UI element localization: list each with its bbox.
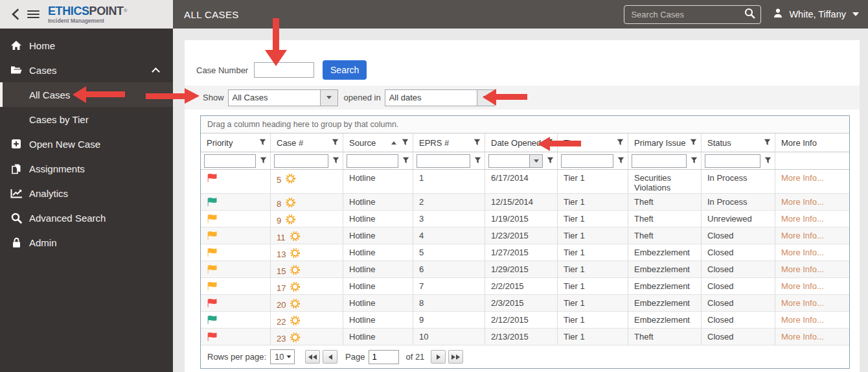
collapse-sidebar-icon[interactable] [8,7,22,21]
date-picker-dropdown-icon[interactable] [530,154,543,168]
tier-value: Tier 1 [564,173,585,183]
show-dropdown-arrow-icon[interactable] [321,89,338,106]
more-info-link[interactable]: More Info... [781,231,824,240]
user-menu[interactable]: White, Tiffany [773,8,859,21]
column-header-source[interactable]: Source [343,134,413,152]
column-header-eprs-[interactable]: EPRS # [413,134,485,152]
source-value: Hotline [349,231,375,240]
filter-input[interactable] [347,154,398,168]
filter-input[interactable] [488,154,530,168]
more-info-link[interactable]: More Info... [781,332,824,342]
folder-open-icon [10,65,23,75]
filter-funnel-icon[interactable] [760,155,771,167]
search-cases-input[interactable] [631,10,744,19]
source-value: Hotline [349,264,375,274]
filter-input[interactable] [417,154,470,168]
sidebar-item-analytics[interactable]: Analytics [0,181,173,205]
case-number-link[interactable]: 20 [277,300,286,310]
case-number-link[interactable]: 22 [277,317,286,327]
search-icon[interactable] [744,8,755,21]
sidebar-item-cases-by-tier[interactable]: Cases by Tier [0,107,173,132]
more-info-link[interactable]: More Info... [781,281,824,291]
filter-funnel-icon[interactable] [474,138,481,148]
column-header-status[interactable]: Status [702,134,775,152]
filter-funnel-icon[interactable] [690,138,697,148]
case-number-link[interactable]: 15 [277,266,286,276]
priority-flag-icon-yellow[interactable] [207,266,218,276]
filter-funnel-icon[interactable] [470,155,481,167]
column-header-more-info[interactable]: More Info [775,134,849,152]
new-case-burst-icon [290,248,301,261]
page-count-label: of 21 [405,352,424,362]
previous-page-button[interactable] [323,350,337,364]
case-number-link[interactable]: 11 [277,233,286,242]
more-info-link[interactable]: More Info... [781,173,824,183]
priority-flag-icon-yellow[interactable] [207,283,218,293]
search-button[interactable]: Search [323,60,367,80]
filter-funnel-icon[interactable] [687,155,698,167]
sidebar-item-assignments[interactable]: Assignments [0,156,173,181]
more-info-link[interactable]: More Info... [781,197,824,207]
priority-flag-icon-green[interactable] [207,199,218,209]
filter-funnel-icon[interactable] [332,138,339,148]
source-value: Hotline [349,214,375,224]
sidebar-item-advanced-search[interactable]: Advanced Search [0,205,173,230]
menu-icon[interactable] [27,8,40,20]
filter-funnel-icon[interactable] [402,138,409,148]
filter-funnel-icon[interactable] [617,138,624,148]
tier-value: Tier 1 [564,298,585,308]
new-case-burst-icon [290,298,301,311]
filter-funnel-icon[interactable] [256,155,267,167]
filter-input[interactable] [705,154,760,168]
priority-flag-icon-yellow[interactable] [207,250,218,259]
filter-funnel-icon[interactable] [398,155,409,167]
case-number-link[interactable]: 23 [277,334,286,343]
logo-wordmark: ETHICSPOINT® [48,5,127,17]
sidebar-item-home[interactable]: Home [0,33,173,58]
more-info-link[interactable]: More Info... [781,315,824,325]
filter-funnel-icon[interactable] [613,155,624,167]
filter-input[interactable] [561,154,613,168]
column-header-case-[interactable]: Case # [271,134,343,152]
case-number-link[interactable]: 13 [277,250,286,259]
case-number-link[interactable]: 5 [277,175,281,185]
priority-flag-icon-red[interactable] [207,334,218,343]
priority-flag-icon-yellow[interactable] [207,233,218,242]
sidebar-item-cases[interactable]: Cases [0,58,173,82]
filter-input[interactable] [274,154,328,168]
column-header-priority[interactable]: Priority [201,134,271,152]
more-info-link[interactable]: More Info... [781,264,824,274]
tier-value: Tier 1 [564,281,585,291]
rows-per-page-select[interactable]: 10 [270,349,295,364]
sidebar-item-open-new-case[interactable]: Open New Case [0,132,173,156]
priority-flag-icon-yellow[interactable] [207,216,218,226]
group-by-bar[interactable]: Drag a column heading here to group by t… [201,116,849,134]
table-row: 17Hotline72/2/2015Tier 1EmbezzlementClos… [201,278,849,295]
last-page-button[interactable] [448,350,463,364]
ethicspoint-logo: ETHICSPOINT® Incident Management [48,5,127,24]
next-page-button[interactable] [431,350,446,364]
filter-funnel-icon[interactable] [328,155,339,167]
filter-input[interactable] [632,154,687,168]
date-opened-value: 2/13/2015 [491,332,529,342]
column-header-primary-issue[interactable]: Primary Issue [628,134,702,152]
show-dropdown[interactable]: All Cases [228,89,338,106]
first-page-button[interactable] [305,350,320,364]
filter-funnel-icon[interactable] [764,138,771,148]
sidebar-item-admin[interactable]: Admin [0,230,173,255]
table-row: 22Hotline92/12/2015Tier 1EmbezzlementClo… [201,312,849,329]
priority-flag-icon-red[interactable] [207,175,218,185]
priority-flag-icon-green[interactable] [207,317,218,327]
case-number-link[interactable]: 9 [277,216,281,226]
priority-flag-icon-red[interactable] [207,300,218,310]
filter-funnel-icon[interactable] [543,155,554,167]
more-info-link[interactable]: More Info... [781,248,824,257]
more-info-link[interactable]: More Info... [781,214,824,224]
case-number-link[interactable]: 8 [277,199,281,209]
filter-input[interactable] [204,154,256,168]
filter-funnel-icon[interactable] [259,138,266,148]
more-info-link[interactable]: More Info... [781,298,824,308]
page-number-input[interactable] [369,350,399,364]
opened-in-dropdown[interactable]: All dates [385,89,495,106]
case-number-link[interactable]: 17 [277,283,286,293]
